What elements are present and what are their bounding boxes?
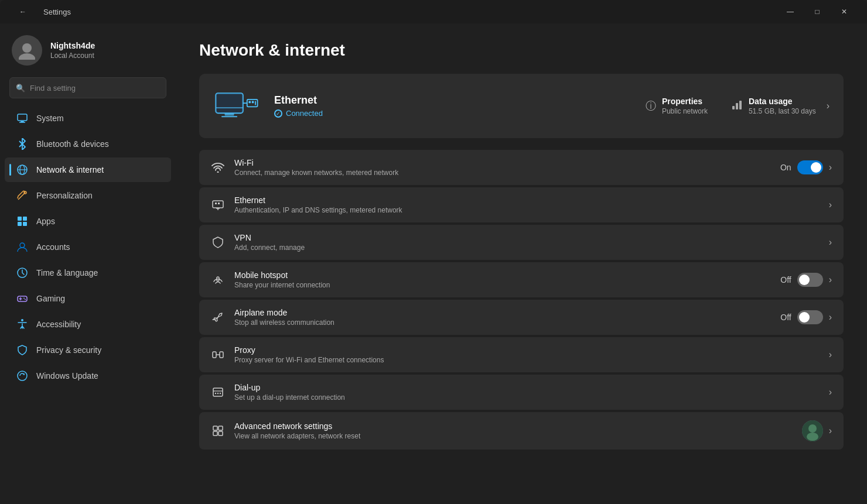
search-box[interactable]: 🔍 bbox=[9, 77, 166, 98]
svg-rect-25 bbox=[225, 113, 234, 115]
hotspot-toggle[interactable] bbox=[797, 273, 823, 287]
sidebar-item-accounts[interactable]: Accounts bbox=[5, 235, 171, 259]
properties-item[interactable]: ⓘ Properties Public network bbox=[646, 97, 708, 115]
titlebar-title: Settings bbox=[43, 8, 71, 16]
vpn-desc: Add, connect, manage bbox=[234, 244, 820, 252]
minimize-button[interactable]: — bbox=[777, 2, 804, 21]
hotspot-icon bbox=[211, 273, 225, 287]
sidebar-label-update: Windows Update bbox=[36, 371, 98, 380]
sidebar-item-network[interactable]: Network & internet bbox=[5, 157, 171, 182]
svg-rect-30 bbox=[255, 101, 256, 105]
ethernet-status: ✓ Connected bbox=[274, 109, 632, 118]
airplane-icon bbox=[211, 310, 225, 324]
sidebar-label-personalization: Personalization bbox=[36, 191, 93, 200]
wifi-right: On › bbox=[780, 160, 832, 174]
back-button[interactable]: ← bbox=[9, 2, 36, 21]
advanced-right: › bbox=[802, 420, 832, 441]
svg-rect-28 bbox=[248, 101, 251, 103]
wifi-toggle[interactable] bbox=[797, 160, 823, 174]
advanced-desc: View all network adapters, network reset bbox=[234, 432, 793, 440]
vpn-icon bbox=[211, 235, 225, 249]
sidebar-item-personalization[interactable]: Personalization bbox=[5, 183, 171, 208]
proxy-chevron: › bbox=[829, 349, 832, 360]
dialup-right: › bbox=[829, 387, 832, 397]
dialup-chevron: › bbox=[829, 387, 832, 397]
advanced-icon bbox=[211, 424, 225, 438]
system-icon bbox=[16, 112, 28, 124]
svg-point-20 bbox=[21, 319, 23, 321]
svg-point-21 bbox=[18, 371, 27, 380]
privacy-icon bbox=[16, 344, 28, 356]
titlebar: ← Settings — □ ✕ bbox=[0, 0, 867, 23]
airplane-text: Airplane mode Stop all wireless communic… bbox=[234, 308, 771, 327]
ethernet-list-title: Ethernet bbox=[234, 196, 820, 205]
svg-rect-29 bbox=[252, 101, 254, 103]
setting-ethernet[interactable]: Ethernet Authentication, IP and DNS sett… bbox=[199, 187, 844, 222]
svg-rect-51 bbox=[219, 426, 223, 430]
svg-point-1 bbox=[19, 53, 35, 60]
wifi-toggle-knob bbox=[811, 162, 821, 173]
setting-airplane[interactable]: Airplane mode Stop all wireless communic… bbox=[199, 300, 844, 335]
sidebar-item-bluetooth[interactable]: Bluetooth & devices bbox=[5, 132, 171, 156]
svg-rect-12 bbox=[23, 222, 27, 226]
sidebar-label-time: Time & language bbox=[36, 268, 98, 277]
setting-dialup[interactable]: Dial-up Set up a dial-up internet connec… bbox=[199, 375, 844, 410]
data-usage-chevron: › bbox=[827, 101, 830, 111]
ethernet-list-chevron: › bbox=[829, 200, 832, 210]
svg-rect-33 bbox=[736, 103, 738, 109]
sidebar-item-system[interactable]: System bbox=[5, 106, 171, 131]
data-usage-text: Data usage 51.5 GB, last 30 days bbox=[749, 97, 816, 115]
user-section[interactable]: Nightsh4de Local Account bbox=[0, 23, 176, 75]
sidebar-item-time[interactable]: Time & language bbox=[5, 260, 171, 285]
sidebar-item-gaming[interactable]: Gaming bbox=[5, 286, 171, 311]
setting-wifi[interactable]: Wi-Fi Connect, manage known networks, me… bbox=[199, 150, 844, 185]
svg-point-55 bbox=[808, 424, 817, 433]
svg-point-47 bbox=[215, 393, 216, 394]
hotspot-right: Off › bbox=[780, 273, 832, 287]
svg-point-13 bbox=[20, 243, 25, 248]
svg-point-0 bbox=[22, 43, 32, 53]
sidebar-label-bluetooth: Bluetooth & devices bbox=[36, 139, 109, 149]
svg-rect-45 bbox=[213, 388, 223, 396]
sidebar-label-accessibility: Accessibility bbox=[36, 320, 81, 329]
sidebar-item-privacy[interactable]: Privacy & security bbox=[5, 338, 171, 362]
airplane-toggle[interactable] bbox=[797, 310, 823, 324]
search-input[interactable] bbox=[30, 84, 160, 92]
svg-rect-15 bbox=[18, 296, 27, 301]
sidebar-label-accounts: Accounts bbox=[36, 242, 70, 252]
sidebar-label-system: System bbox=[36, 114, 64, 123]
ethernet-meta: ⓘ Properties Public network bbox=[646, 97, 830, 115]
close-button[interactable]: ✕ bbox=[831, 2, 858, 21]
advanced-avatar bbox=[802, 420, 823, 441]
main-panel: Network & internet bbox=[176, 23, 867, 504]
maximize-button[interactable]: □ bbox=[804, 2, 831, 21]
ethernet-title: Ethernet bbox=[274, 94, 632, 107]
accessibility-icon bbox=[16, 318, 28, 330]
page-title: Network & internet bbox=[199, 41, 844, 60]
svg-rect-40 bbox=[218, 203, 220, 204]
properties-sub: Public network bbox=[662, 107, 708, 115]
svg-rect-42 bbox=[213, 352, 216, 358]
svg-point-18 bbox=[23, 298, 25, 299]
ethernet-info: Ethernet ✓ Connected bbox=[274, 94, 632, 118]
sidebar-item-update[interactable]: Windows Update bbox=[5, 364, 171, 388]
ethernet-card[interactable]: Ethernet ✓ Connected ⓘ Properties Public… bbox=[199, 74, 844, 138]
user-name: Nightsh4de bbox=[50, 41, 95, 50]
svg-rect-10 bbox=[23, 217, 27, 221]
ethernet-list-icon bbox=[211, 198, 225, 212]
data-usage-item[interactable]: Data usage 51.5 GB, last 30 days › bbox=[731, 97, 830, 115]
setting-vpn[interactable]: VPN Add, connect, manage › bbox=[199, 225, 844, 260]
titlebar-controls: — □ ✕ bbox=[777, 2, 858, 21]
settings-list: Wi-Fi Connect, manage known networks, me… bbox=[199, 150, 844, 450]
svg-point-19 bbox=[25, 299, 26, 300]
sidebar-item-accessibility[interactable]: Accessibility bbox=[5, 312, 171, 337]
airplane-chevron: › bbox=[829, 312, 832, 323]
setting-hotspot[interactable]: Mobile hotspot Share your internet conne… bbox=[199, 262, 844, 297]
bluetooth-icon bbox=[16, 138, 28, 150]
properties-label: Properties bbox=[662, 97, 708, 106]
setting-proxy[interactable]: Proxy Proxy server for Wi-Fi and Etherne… bbox=[199, 337, 844, 372]
setting-advanced[interactable]: Advanced network settings View all netwo… bbox=[199, 412, 844, 450]
advanced-title: Advanced network settings bbox=[234, 421, 793, 431]
proxy-text: Proxy Proxy server for Wi-Fi and Etherne… bbox=[234, 345, 820, 364]
sidebar-item-apps[interactable]: Apps bbox=[5, 209, 171, 234]
